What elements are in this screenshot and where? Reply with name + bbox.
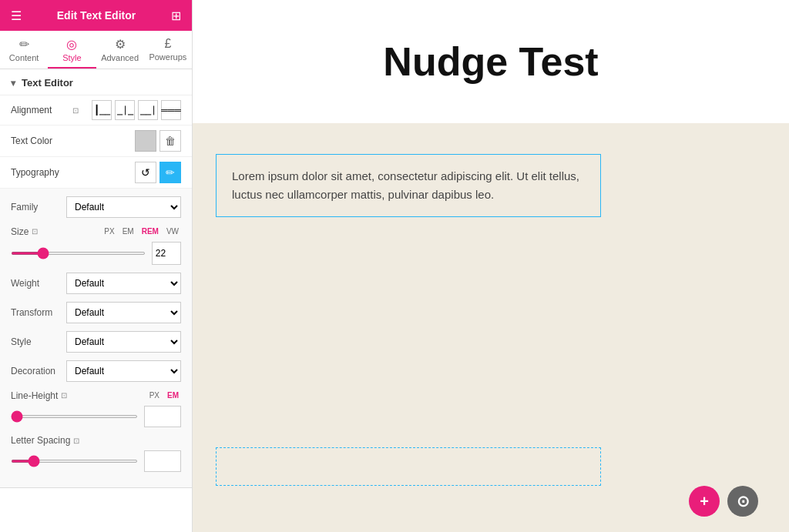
unit-vw-button[interactable]: VW: [164, 226, 181, 237]
hamburger-icon[interactable]: ☰: [11, 8, 22, 23]
add-fab-button[interactable]: +: [689, 486, 720, 517]
size-label: Size: [11, 226, 29, 237]
tab-powerups[interactable]: £ Powerups: [144, 31, 192, 69]
tab-advanced[interactable]: ⚙ Advanced: [96, 31, 144, 69]
text-color-row: Text Color 🗑: [0, 125, 192, 157]
section-header: ▾ Text Editor: [0, 69, 192, 95]
letter-spacing-slider[interactable]: [11, 460, 138, 463]
typography-label: Typography: [11, 167, 135, 178]
weight-row: Weight Default 400 700: [11, 273, 181, 294]
letter-spacing-label: Letter Spacing: [11, 435, 70, 446]
line-height-slider[interactable]: [11, 415, 138, 418]
align-right-button[interactable]: ⎯⎯┃: [138, 100, 158, 120]
letter-spacing-top: Letter Spacing ⊡: [11, 435, 181, 446]
powerups-icon: £: [164, 37, 171, 51]
typography-sub-panel: Family Default Arial Georgia Times New R…: [0, 189, 192, 488]
line-height-label-area: Line-Height ⊡: [11, 390, 67, 401]
section-title: Text Editor: [22, 77, 73, 89]
decoration-control: Default Underline None: [66, 360, 181, 382]
hero-title: Nudge Test: [383, 38, 598, 85]
line-height-slider-row: [11, 406, 181, 427]
unit-em-button[interactable]: EM: [120, 226, 136, 237]
text-color-label: Text Color: [11, 136, 72, 146]
advanced-icon: ⚙: [115, 37, 126, 52]
top-bar: ☰ Edit Text Editor ⊞: [0, 0, 192, 31]
alignment-controls: ┃⎯⎯ ⎯┃⎯ ⎯⎯┃ ═══: [92, 100, 181, 120]
style-dropdown[interactable]: Default Normal Italic: [66, 331, 181, 353]
typography-row: Typography ↺ ✏: [0, 157, 192, 189]
line-height-row: Line-Height ⊡ PX EM: [11, 390, 181, 427]
tab-content-label: Content: [9, 53, 39, 62]
tab-style-label: Style: [62, 53, 81, 62]
size-input[interactable]: [153, 243, 180, 264]
style-row: Style Default Normal Italic: [11, 331, 181, 353]
line-height-units: PX EM: [147, 390, 181, 401]
color-swatch[interactable]: [135, 130, 156, 152]
align-left-button[interactable]: ┃⎯⎯: [92, 100, 112, 120]
style-control: Default Normal Italic: [66, 331, 181, 353]
line-height-top: Line-Height ⊡ PX EM: [11, 390, 181, 401]
lh-unit-px-button[interactable]: PX: [147, 390, 162, 401]
style-icon: ◎: [66, 37, 77, 52]
text-box-dashed[interactable]: [216, 447, 601, 486]
unit-rem-button[interactable]: REM: [139, 226, 161, 237]
transform-control: Default Uppercase Lowercase Capitalize: [66, 302, 181, 323]
family-dropdown[interactable]: Default Arial Georgia Times New Roman: [66, 196, 181, 218]
line-height-input[interactable]: [144, 406, 181, 427]
weight-control: Default 400 700: [66, 273, 181, 294]
typography-edit-button[interactable]: ✏: [159, 162, 181, 183]
content-section: Lorem ipsum dolor sit amet, consectetur …: [193, 123, 789, 532]
size-top: Size ⊡ PX EM REM VW: [11, 226, 181, 237]
text-box[interactable]: Lorem ipsum dolor sit amet, consectetur …: [216, 154, 601, 217]
top-bar-title: Edit Text Editor: [57, 9, 136, 22]
collapse-icon[interactable]: ▾: [11, 78, 15, 89]
transform-label: Transform: [11, 307, 66, 318]
clear-color-button[interactable]: 🗑: [159, 130, 181, 152]
size-row: Size ⊡ PX EM REM VW: [11, 226, 181, 265]
main-content: Nudge Test Lorem ipsum dolor sit amet, c…: [193, 0, 789, 532]
weight-label: Weight: [11, 278, 66, 289]
family-control: Default Arial Georgia Times New Roman: [66, 196, 181, 218]
sidebar: ☰ Edit Text Editor ⊞ ✏ Content ◎ Style ⚙…: [0, 0, 193, 532]
alignment-monitor-icon: ⊡: [72, 106, 79, 115]
content-icon: ✏: [19, 37, 29, 52]
typography-refresh-button[interactable]: ↺: [135, 162, 156, 183]
tab-content[interactable]: ✏ Content: [0, 31, 48, 69]
transform-row: Transform Default Uppercase Lowercase Ca…: [11, 302, 181, 323]
lh-unit-em-button[interactable]: EM: [165, 390, 181, 401]
alignment-row: Alignment ⊡ ┃⎯⎯ ⎯┃⎯ ⎯⎯┃ ═══: [0, 95, 192, 125]
move-fab-button[interactable]: ⊙: [727, 486, 758, 517]
size-label-area: Size ⊡: [11, 226, 38, 237]
fab-area: + ⊙: [689, 486, 758, 517]
size-spinner: [152, 242, 181, 265]
unit-px-button[interactable]: PX: [102, 226, 116, 237]
tabs: ✏ Content ◎ Style ⚙ Advanced £ Powerups: [0, 31, 192, 69]
align-justify-button[interactable]: ═══: [161, 100, 181, 120]
grid-icon[interactable]: ⊞: [171, 8, 181, 23]
tab-powerups-label: Powerups: [149, 52, 186, 62]
letter-spacing-input[interactable]: [144, 450, 181, 472]
decoration-dropdown[interactable]: Default Underline None: [66, 360, 181, 382]
weight-dropdown[interactable]: Default 400 700: [66, 273, 181, 294]
family-label: Family: [11, 202, 66, 212]
letter-spacing-slider-row: [11, 450, 181, 472]
panel-content: Alignment ⊡ ┃⎯⎯ ⎯┃⎯ ⎯⎯┃ ═══ Text Color 🗑…: [0, 95, 192, 532]
size-monitor-icon: ⊡: [32, 227, 38, 236]
letter-spacing-monitor-icon: ⊡: [73, 437, 79, 445]
line-height-label: Line-Height: [11, 390, 58, 401]
size-units: PX EM REM VW: [102, 226, 181, 237]
size-slider-row: [11, 242, 181, 265]
tab-advanced-label: Advanced: [101, 53, 139, 62]
line-height-monitor-icon: ⊡: [61, 391, 67, 400]
align-center-button[interactable]: ⎯┃⎯: [115, 100, 135, 120]
letter-spacing-row: Letter Spacing ⊡: [11, 435, 181, 472]
letter-spacing-label-area: Letter Spacing ⊡: [11, 435, 79, 446]
transform-dropdown[interactable]: Default Uppercase Lowercase Capitalize: [66, 302, 181, 323]
style-label: Style: [11, 336, 66, 347]
alignment-label: Alignment: [11, 105, 72, 115]
text-color-controls: 🗑: [135, 130, 181, 152]
tab-style[interactable]: ◎ Style: [48, 31, 96, 69]
size-slider[interactable]: [11, 252, 146, 255]
typography-controls: ↺ ✏: [135, 162, 181, 183]
decoration-row: Decoration Default Underline None: [11, 360, 181, 382]
